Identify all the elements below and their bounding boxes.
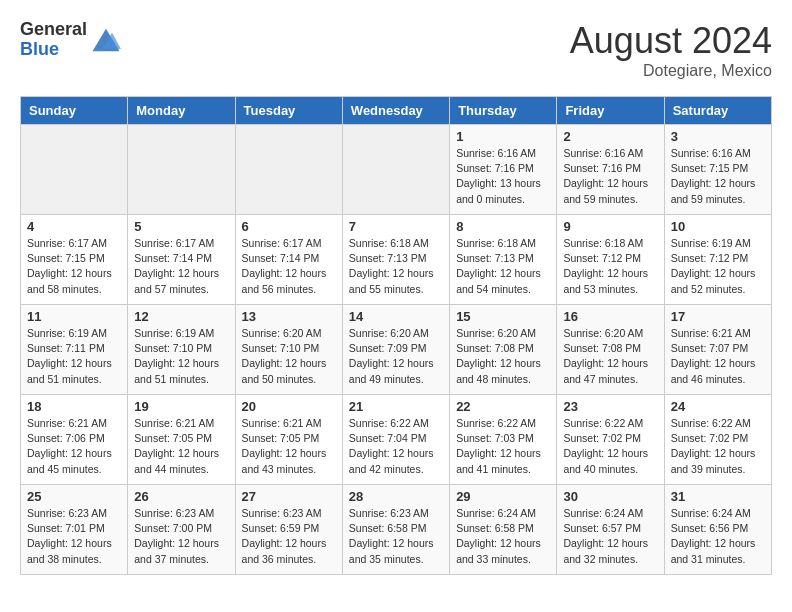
calendar-day-cell: 10Sunrise: 6:19 AM Sunset: 7:12 PM Dayli… <box>664 215 771 305</box>
calendar-day-cell: 9Sunrise: 6:18 AM Sunset: 7:12 PM Daylig… <box>557 215 664 305</box>
calendar-day-cell <box>21 125 128 215</box>
day-info: Sunrise: 6:22 AM Sunset: 7:02 PM Dayligh… <box>671 416 765 477</box>
calendar-day-cell: 4Sunrise: 6:17 AM Sunset: 7:15 PM Daylig… <box>21 215 128 305</box>
calendar-header-saturday: Saturday <box>664 97 771 125</box>
day-number: 16 <box>563 309 657 324</box>
day-number: 9 <box>563 219 657 234</box>
calendar-day-cell: 2Sunrise: 6:16 AM Sunset: 7:16 PM Daylig… <box>557 125 664 215</box>
title-area: August 2024 Dotegiare, Mexico <box>570 20 772 80</box>
logo-icon <box>91 25 121 55</box>
calendar-header-wednesday: Wednesday <box>342 97 449 125</box>
day-number: 1 <box>456 129 550 144</box>
calendar-day-cell: 27Sunrise: 6:23 AM Sunset: 6:59 PM Dayli… <box>235 485 342 575</box>
day-info: Sunrise: 6:16 AM Sunset: 7:16 PM Dayligh… <box>563 146 657 207</box>
day-info: Sunrise: 6:20 AM Sunset: 7:09 PM Dayligh… <box>349 326 443 387</box>
day-info: Sunrise: 6:21 AM Sunset: 7:06 PM Dayligh… <box>27 416 121 477</box>
calendar-day-cell: 22Sunrise: 6:22 AM Sunset: 7:03 PM Dayli… <box>450 395 557 485</box>
calendar-day-cell: 11Sunrise: 6:19 AM Sunset: 7:11 PM Dayli… <box>21 305 128 395</box>
day-number: 13 <box>242 309 336 324</box>
day-info: Sunrise: 6:17 AM Sunset: 7:14 PM Dayligh… <box>134 236 228 297</box>
day-info: Sunrise: 6:18 AM Sunset: 7:13 PM Dayligh… <box>456 236 550 297</box>
calendar-day-cell: 8Sunrise: 6:18 AM Sunset: 7:13 PM Daylig… <box>450 215 557 305</box>
day-info: Sunrise: 6:23 AM Sunset: 7:00 PM Dayligh… <box>134 506 228 567</box>
page-header: General Blue August 2024 Dotegiare, Mexi… <box>20 20 772 80</box>
calendar-day-cell: 19Sunrise: 6:21 AM Sunset: 7:05 PM Dayli… <box>128 395 235 485</box>
calendar-day-cell: 17Sunrise: 6:21 AM Sunset: 7:07 PM Dayli… <box>664 305 771 395</box>
day-number: 7 <box>349 219 443 234</box>
day-number: 3 <box>671 129 765 144</box>
day-info: Sunrise: 6:19 AM Sunset: 7:10 PM Dayligh… <box>134 326 228 387</box>
day-number: 17 <box>671 309 765 324</box>
calendar-header-thursday: Thursday <box>450 97 557 125</box>
day-number: 15 <box>456 309 550 324</box>
calendar-day-cell: 31Sunrise: 6:24 AM Sunset: 6:56 PM Dayli… <box>664 485 771 575</box>
day-info: Sunrise: 6:20 AM Sunset: 7:08 PM Dayligh… <box>563 326 657 387</box>
calendar-table: SundayMondayTuesdayWednesdayThursdayFrid… <box>20 96 772 575</box>
calendar-day-cell: 15Sunrise: 6:20 AM Sunset: 7:08 PM Dayli… <box>450 305 557 395</box>
day-info: Sunrise: 6:20 AM Sunset: 7:10 PM Dayligh… <box>242 326 336 387</box>
calendar-day-cell: 16Sunrise: 6:20 AM Sunset: 7:08 PM Dayli… <box>557 305 664 395</box>
day-number: 8 <box>456 219 550 234</box>
day-number: 25 <box>27 489 121 504</box>
day-number: 6 <box>242 219 336 234</box>
day-info: Sunrise: 6:24 AM Sunset: 6:57 PM Dayligh… <box>563 506 657 567</box>
day-info: Sunrise: 6:24 AM Sunset: 6:56 PM Dayligh… <box>671 506 765 567</box>
day-number: 14 <box>349 309 443 324</box>
day-number: 10 <box>671 219 765 234</box>
day-info: Sunrise: 6:23 AM Sunset: 7:01 PM Dayligh… <box>27 506 121 567</box>
calendar-week-row: 1Sunrise: 6:16 AM Sunset: 7:16 PM Daylig… <box>21 125 772 215</box>
calendar-day-cell: 18Sunrise: 6:21 AM Sunset: 7:06 PM Dayli… <box>21 395 128 485</box>
calendar-header-row: SundayMondayTuesdayWednesdayThursdayFrid… <box>21 97 772 125</box>
day-number: 23 <box>563 399 657 414</box>
day-number: 4 <box>27 219 121 234</box>
day-info: Sunrise: 6:23 AM Sunset: 6:59 PM Dayligh… <box>242 506 336 567</box>
day-number: 2 <box>563 129 657 144</box>
calendar-day-cell: 3Sunrise: 6:16 AM Sunset: 7:15 PM Daylig… <box>664 125 771 215</box>
day-number: 5 <box>134 219 228 234</box>
calendar-day-cell: 6Sunrise: 6:17 AM Sunset: 7:14 PM Daylig… <box>235 215 342 305</box>
calendar-day-cell: 29Sunrise: 6:24 AM Sunset: 6:58 PM Dayli… <box>450 485 557 575</box>
day-info: Sunrise: 6:21 AM Sunset: 7:05 PM Dayligh… <box>242 416 336 477</box>
calendar-day-cell: 28Sunrise: 6:23 AM Sunset: 6:58 PM Dayli… <box>342 485 449 575</box>
day-info: Sunrise: 6:16 AM Sunset: 7:15 PM Dayligh… <box>671 146 765 207</box>
day-info: Sunrise: 6:20 AM Sunset: 7:08 PM Dayligh… <box>456 326 550 387</box>
day-info: Sunrise: 6:19 AM Sunset: 7:11 PM Dayligh… <box>27 326 121 387</box>
calendar-day-cell: 26Sunrise: 6:23 AM Sunset: 7:00 PM Dayli… <box>128 485 235 575</box>
day-info: Sunrise: 6:16 AM Sunset: 7:16 PM Dayligh… <box>456 146 550 207</box>
day-info: Sunrise: 6:21 AM Sunset: 7:05 PM Dayligh… <box>134 416 228 477</box>
month-title: August 2024 <box>570 20 772 62</box>
calendar-header-monday: Monday <box>128 97 235 125</box>
day-number: 27 <box>242 489 336 504</box>
calendar-day-cell: 1Sunrise: 6:16 AM Sunset: 7:16 PM Daylig… <box>450 125 557 215</box>
calendar-week-row: 18Sunrise: 6:21 AM Sunset: 7:06 PM Dayli… <box>21 395 772 485</box>
day-info: Sunrise: 6:21 AM Sunset: 7:07 PM Dayligh… <box>671 326 765 387</box>
calendar-week-row: 25Sunrise: 6:23 AM Sunset: 7:01 PM Dayli… <box>21 485 772 575</box>
calendar-week-row: 4Sunrise: 6:17 AM Sunset: 7:15 PM Daylig… <box>21 215 772 305</box>
calendar-day-cell: 21Sunrise: 6:22 AM Sunset: 7:04 PM Dayli… <box>342 395 449 485</box>
day-number: 30 <box>563 489 657 504</box>
day-number: 22 <box>456 399 550 414</box>
day-info: Sunrise: 6:18 AM Sunset: 7:12 PM Dayligh… <box>563 236 657 297</box>
day-info: Sunrise: 6:18 AM Sunset: 7:13 PM Dayligh… <box>349 236 443 297</box>
calendar-day-cell: 24Sunrise: 6:22 AM Sunset: 7:02 PM Dayli… <box>664 395 771 485</box>
calendar-day-cell: 30Sunrise: 6:24 AM Sunset: 6:57 PM Dayli… <box>557 485 664 575</box>
calendar-header-sunday: Sunday <box>21 97 128 125</box>
day-number: 31 <box>671 489 765 504</box>
day-number: 12 <box>134 309 228 324</box>
calendar-header-friday: Friday <box>557 97 664 125</box>
day-number: 28 <box>349 489 443 504</box>
calendar-day-cell: 12Sunrise: 6:19 AM Sunset: 7:10 PM Dayli… <box>128 305 235 395</box>
logo-blue: Blue <box>20 40 87 60</box>
day-info: Sunrise: 6:22 AM Sunset: 7:04 PM Dayligh… <box>349 416 443 477</box>
day-info: Sunrise: 6:23 AM Sunset: 6:58 PM Dayligh… <box>349 506 443 567</box>
calendar-week-row: 11Sunrise: 6:19 AM Sunset: 7:11 PM Dayli… <box>21 305 772 395</box>
calendar-day-cell: 14Sunrise: 6:20 AM Sunset: 7:09 PM Dayli… <box>342 305 449 395</box>
day-number: 21 <box>349 399 443 414</box>
day-number: 26 <box>134 489 228 504</box>
calendar-day-cell: 23Sunrise: 6:22 AM Sunset: 7:02 PM Dayli… <box>557 395 664 485</box>
calendar-day-cell <box>128 125 235 215</box>
day-info: Sunrise: 6:22 AM Sunset: 7:03 PM Dayligh… <box>456 416 550 477</box>
logo: General Blue <box>20 20 121 60</box>
logo-general: General <box>20 20 87 40</box>
calendar-day-cell: 7Sunrise: 6:18 AM Sunset: 7:13 PM Daylig… <box>342 215 449 305</box>
